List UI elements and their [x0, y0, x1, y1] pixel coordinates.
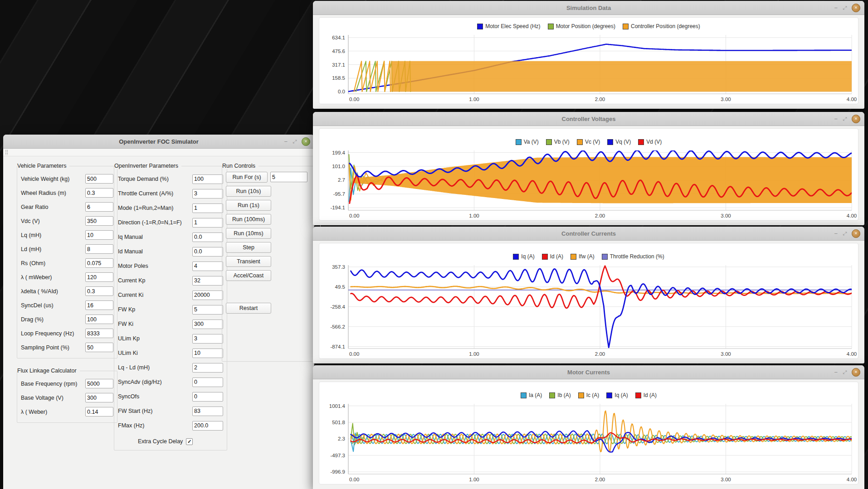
minimize-button[interactable]: − — [834, 231, 838, 237]
group-vehicle-parameters: Vehicle Parameters Vehicle Weight (kg)Wh… — [17, 166, 117, 358]
openinverter-field-input-6[interactable] — [192, 261, 223, 271]
minimize-button[interactable]: − — [834, 5, 838, 11]
flux-field-input-0[interactable] — [85, 379, 113, 388]
legend-item-1[interactable]: Motor Position (degrees) — [548, 23, 615, 29]
run-for-input[interactable] — [270, 172, 307, 182]
close-button[interactable]: ✕ — [852, 229, 860, 238]
run-for-button[interactable]: Run For (s) — [226, 172, 268, 183]
flux-field-input-2[interactable] — [85, 407, 113, 416]
vehicle-field-input-5[interactable] — [85, 244, 113, 254]
run-button-2[interactable]: Run (100ms) — [226, 214, 271, 225]
legend-swatch-icon — [638, 139, 644, 145]
openinverter-field-input-4[interactable] — [192, 232, 223, 242]
restore-button[interactable]: ⤢ — [843, 231, 847, 236]
vehicle-field-input-11[interactable] — [85, 329, 113, 338]
openinverter-field-input-13[interactable] — [192, 363, 223, 373]
vehicle-field-input-2[interactable] — [85, 202, 113, 212]
minimize-button[interactable]: − — [834, 116, 838, 122]
svg-text:0.00: 0.00 — [349, 213, 359, 218]
close-button[interactable]: ✕ — [852, 4, 860, 12]
openinverter-field-input-8[interactable] — [192, 290, 223, 300]
vehicle-field-input-3[interactable] — [85, 216, 113, 226]
vehicle-field-input-10[interactable] — [85, 315, 113, 324]
legend-item-0[interactable]: Ia (A) — [521, 392, 542, 398]
svg-text:-497.3: -497.3 — [330, 453, 345, 458]
run-button-1[interactable]: Run (1s) — [226, 200, 271, 211]
restart-button[interactable]: Restart — [226, 303, 271, 314]
vehicle-field-input-1[interactable] — [85, 188, 113, 198]
openinverter-field-input-1[interactable] — [192, 189, 223, 199]
legend-item-2[interactable]: Ic (A) — [578, 392, 600, 398]
legend-item-0[interactable]: Iq (A) — [513, 253, 534, 260]
close-button[interactable]: ✕ — [852, 368, 860, 377]
openinverter-field-input-5[interactable] — [192, 247, 223, 257]
openinverter-field-input-17[interactable] — [192, 421, 223, 431]
legend-label: Va (V) — [524, 139, 539, 145]
legend-item-3[interactable]: Iq (A) — [606, 392, 628, 398]
field-row: ULim Kp — [118, 331, 223, 346]
openinverter-field-input-14[interactable] — [192, 378, 223, 387]
restore-button[interactable]: ⤢ — [293, 139, 297, 144]
group-title: Flux Linkage Calculator — [17, 368, 80, 374]
legend-item-0[interactable]: Motor Elec Speed (Hz) — [477, 23, 540, 29]
openinverter-field-input-9[interactable] — [192, 305, 223, 315]
openinverter-field-input-3[interactable] — [192, 218, 223, 228]
legend-item-1[interactable]: Vb (V) — [546, 139, 570, 145]
vehicle-field-input-6[interactable] — [85, 258, 113, 268]
titlebar[interactable]: Motor Currents−⤢✕ — [313, 365, 864, 379]
minimize-button[interactable]: − — [284, 139, 288, 145]
restore-button[interactable]: ⤢ — [843, 116, 847, 121]
close-button[interactable]: ✕ — [852, 115, 860, 123]
vehicle-field-input-9[interactable] — [85, 300, 113, 310]
vehicle-field-input-7[interactable] — [85, 272, 113, 282]
run-button-0[interactable]: Run (10s) — [226, 186, 271, 197]
openinverter-field-input-16[interactable] — [192, 407, 223, 416]
restore-button[interactable]: ⤢ — [843, 5, 847, 10]
minimize-button[interactable]: − — [834, 369, 838, 375]
legend-item-3[interactable]: Vq (V) — [607, 139, 631, 145]
legend-item-1[interactable]: Id (A) — [542, 253, 563, 260]
titlebar[interactable]: OpenInverter FOC Simulator − ⤢ ✕ — [3, 135, 314, 149]
openinverter-field-input-10[interactable] — [192, 320, 223, 329]
field-row: FW Ki — [118, 317, 223, 331]
titlebar[interactable]: Controller Currents−⤢✕ — [313, 227, 864, 241]
svg-text:158.5: 158.5 — [332, 75, 345, 81]
legend-item-2[interactable]: Ifw (A) — [571, 253, 595, 260]
legend-item-4[interactable]: Id (A) — [635, 392, 657, 398]
openinverter-field-label-3: Direction (-1=R,0=N,1=F) — [118, 219, 192, 226]
legend-item-2[interactable]: Controller Position (degrees) — [623, 23, 700, 29]
openinverter-field-input-7[interactable] — [192, 276, 223, 286]
openinverter-field-input-12[interactable] — [192, 349, 223, 358]
openinverter-field-input-2[interactable] — [192, 203, 223, 213]
restore-button[interactable]: ⤢ — [843, 370, 847, 375]
vehicle-field-input-8[interactable] — [85, 286, 113, 296]
run-button-4[interactable]: Step — [226, 242, 271, 253]
titlebar[interactable]: Simulation Data−⤢✕ — [313, 1, 864, 15]
run-button-5[interactable]: Transient — [226, 256, 271, 267]
openinverter-field-label-9: FW Kp — [118, 306, 192, 313]
legend-item-3[interactable]: Throttle Reduction (%) — [602, 253, 664, 260]
flux-field-input-1[interactable] — [85, 393, 113, 402]
field-row: Loop Frequency (Hz) — [21, 326, 113, 340]
legend-item-2[interactable]: Vc (V) — [577, 139, 600, 145]
close-button[interactable]: ✕ — [302, 137, 310, 146]
run-button-6[interactable]: Accel/Coast — [226, 270, 271, 281]
openinverter-field-label-7: Current Kp — [118, 277, 192, 284]
openinverter-field-input-0[interactable] — [192, 174, 223, 184]
legend-item-1[interactable]: Ib (A) — [549, 392, 571, 398]
legend-item-0[interactable]: Va (V) — [516, 139, 539, 145]
svg-text:2.00: 2.00 — [595, 213, 605, 218]
vehicle-field-input-12[interactable] — [85, 343, 113, 352]
openinverter-field-label-12: ULim Ki — [118, 350, 192, 356]
extra-cycle-delay-checkbox[interactable]: ✓ — [186, 438, 193, 445]
legend-item-4[interactable]: Vd (V) — [638, 139, 662, 145]
vehicle-field-input-4[interactable] — [85, 230, 113, 240]
openinverter-field-input-11[interactable] — [192, 334, 223, 344]
field-row: λ ( Weber) — [21, 405, 113, 419]
run-button-3[interactable]: Run (10ms) — [226, 228, 271, 239]
vehicle-field-input-0[interactable] — [85, 174, 113, 184]
openinverter-field-input-15[interactable] — [192, 392, 223, 402]
drag-grip-icon[interactable] — [5, 150, 8, 155]
window-controller-currents: Controller Currents−⤢✕Iq (A)Id (A)Ifw (A… — [313, 227, 864, 363]
titlebar[interactable]: Controller Voltages−⤢✕ — [313, 112, 864, 126]
